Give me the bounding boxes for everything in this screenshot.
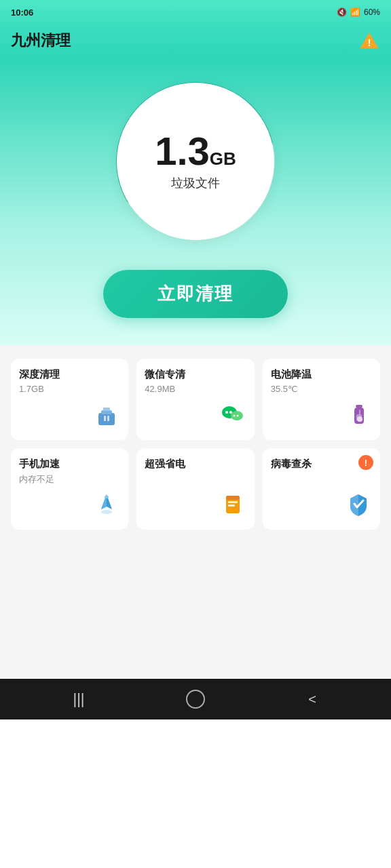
- app-title: 九州清理: [11, 31, 71, 51]
- card-wechat-subtitle: 42.9MB: [145, 384, 246, 394]
- svg-rect-27: [228, 505, 235, 507]
- card-virus-scan[interactable]: ! 病毒查杀: [263, 448, 380, 530]
- recent-apps-icon: |||: [73, 690, 84, 708]
- svg-point-13: [233, 415, 235, 417]
- status-bar: 10:06 🔇 📶 60%: [0, 0, 391, 24]
- card-wechat-icon: [145, 401, 246, 431]
- svg-rect-7: [104, 416, 106, 421]
- svg-rect-26: [228, 501, 238, 503]
- gauge-label: 垃圾文件: [155, 175, 236, 191]
- card-battery-subtitle: 35.5℃: [271, 384, 372, 394]
- svg-point-14: [236, 415, 238, 417]
- main-section: 1.3GB 垃圾文件 立即清理: [0, 60, 391, 345]
- card-boost-title: 手机加速: [19, 458, 120, 471]
- card-virus-icon: [271, 490, 372, 520]
- virus-badge: !: [358, 455, 373, 470]
- cards-grid: 深度清理 1.7GB 微信专清 42.9MB: [11, 359, 380, 530]
- card-battery-icon: [271, 401, 372, 431]
- svg-point-20: [101, 510, 112, 514]
- svg-rect-28: [226, 496, 240, 500]
- svg-rect-6: [103, 408, 110, 411]
- warning-button[interactable]: !: [358, 30, 380, 52]
- clean-now-button[interactable]: 立即清理: [103, 270, 288, 318]
- card-phone-boost[interactable]: 手机加速 内存不足: [11, 448, 128, 530]
- svg-rect-15: [356, 405, 362, 408]
- card-deep-clean-title: 深度清理: [19, 368, 120, 381]
- svg-text:!: !: [368, 37, 371, 48]
- card-wechat-title: 微信专清: [145, 368, 246, 381]
- svg-point-18: [357, 416, 362, 422]
- app-header: 九州清理 !: [0, 24, 391, 60]
- card-wechat-clean[interactable]: 微信专清 42.9MB: [136, 359, 254, 440]
- wifi-icon: 📶: [350, 7, 360, 17]
- card-deep-clean[interactable]: 深度清理 1.7GB: [11, 359, 128, 440]
- content-spacer: [0, 543, 391, 679]
- battery-level: 60%: [364, 7, 380, 17]
- gauge-value: 1.3GB: [155, 132, 236, 171]
- card-battery-title: 电池降温: [271, 368, 372, 381]
- gauge-container: 1.3GB 垃圾文件: [107, 73, 284, 250]
- card-power-title: 超强省电: [145, 458, 246, 471]
- nav-back[interactable]: <: [295, 686, 329, 713]
- cards-section: 深度清理 1.7GB 微信专清 42.9MB: [0, 345, 391, 543]
- svg-point-23: [105, 496, 109, 498]
- nav-home[interactable]: [179, 686, 212, 713]
- bottom-nav: ||| <: [0, 679, 391, 719]
- gauge-display: 1.3GB 垃圾文件: [155, 132, 236, 191]
- card-battery-cool[interactable]: 电池降温 35.5℃: [263, 359, 380, 440]
- card-power-icon: [145, 490, 246, 520]
- svg-rect-4: [98, 413, 115, 425]
- status-icons: 🔇 📶 60%: [337, 7, 380, 17]
- card-deep-clean-icon: [19, 401, 120, 431]
- card-power-save[interactable]: 超强省电: [136, 448, 254, 530]
- card-deep-clean-subtitle: 1.7GB: [19, 384, 120, 394]
- card-boost-icon: [19, 490, 120, 520]
- svg-rect-8: [107, 416, 109, 421]
- card-boost-subtitle: 内存不足: [19, 473, 120, 486]
- home-icon: [186, 690, 205, 709]
- svg-point-10: [225, 411, 228, 414]
- back-icon: <: [308, 692, 316, 707]
- status-time: 10:06: [11, 7, 33, 18]
- nav-recent-apps[interactable]: |||: [62, 686, 96, 713]
- mute-icon: 🔇: [337, 7, 347, 17]
- card-virus-title: 病毒查杀: [271, 458, 372, 471]
